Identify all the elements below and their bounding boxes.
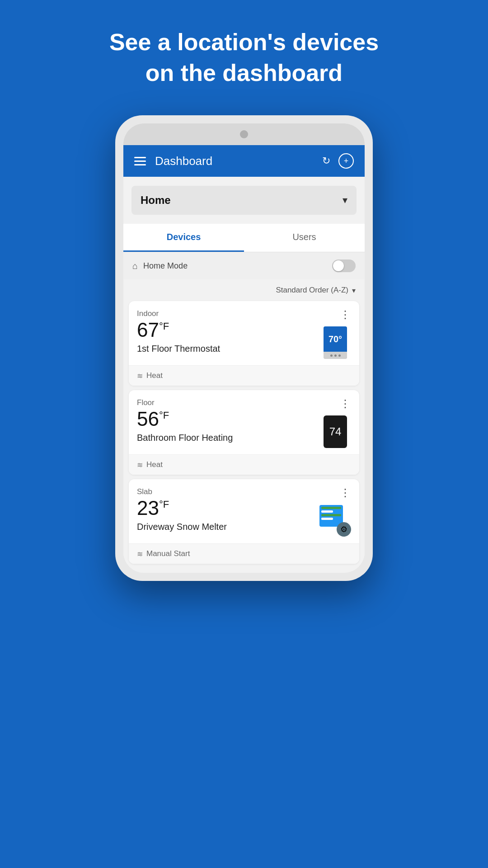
add-button[interactable]: +: [338, 153, 354, 169]
home-mode-label: Home Mode: [143, 261, 188, 271]
snow-melter-line-1: [321, 507, 341, 509]
device-mode-3: Manual Start: [146, 549, 190, 558]
toggle-knob: [333, 260, 344, 271]
device-mode-2: Heat: [146, 460, 163, 469]
phone-screen: Dashboard ↻ + Home ▾ Devices: [123, 123, 365, 573]
device-image-1: 70°: [319, 325, 351, 361]
app-title: Dashboard: [155, 154, 212, 168]
hamburger-menu-icon[interactable]: [134, 157, 146, 165]
sort-label: Standard Order (A-Z): [276, 286, 348, 295]
device-name-3: Driveway Snow Melter: [137, 522, 319, 532]
refresh-icon[interactable]: ↻: [322, 155, 330, 167]
header-left: Dashboard: [134, 154, 212, 168]
sort-bar[interactable]: Standard Order (A-Z) ▾: [123, 279, 365, 301]
snow-melter-gear-icon: ⚙: [337, 522, 351, 537]
tab-devices[interactable]: Devices: [123, 224, 244, 252]
device-info-1: Indoor 67°F 1st Floor Thermostat: [137, 309, 319, 354]
snow-melter-line-4: [321, 518, 333, 520]
device-footer-2: ≋ Heat: [129, 454, 359, 475]
device-card-body-1: Indoor 67°F 1st Floor Thermostat ⋮: [129, 301, 359, 365]
home-mode-bar: ⌂ Home Mode: [123, 252, 365, 279]
header-actions: ↻ +: [322, 153, 354, 169]
heat-icon-3: ≋: [137, 550, 143, 558]
device-info-3: Slab 23°F Driveway Snow Melter: [137, 487, 319, 532]
thermostat-black-device: 74: [324, 415, 347, 448]
device-card-right-1: ⋮ 70°: [319, 309, 351, 361]
device-card-right-3: ⋮ ⚙: [319, 487, 351, 539]
page-headline: See a location's devices on the dashboar…: [82, 27, 406, 88]
app-header: Dashboard ↻ +: [123, 145, 365, 177]
camera-dot: [240, 130, 248, 138]
device-temp-2: 56°F: [137, 409, 319, 429]
device-footer-3: ≋ Manual Start: [129, 543, 359, 564]
device-list: Indoor 67°F 1st Floor Thermostat ⋮: [123, 301, 365, 573]
home-mode-toggle[interactable]: [332, 259, 356, 272]
device-info-2: Floor 56°F Bathroom Floor Heating: [137, 398, 319, 443]
device-footer-1: ≋ Heat: [129, 365, 359, 386]
device-card-body-3: Slab 23°F Driveway Snow Melter ⋮: [129, 479, 359, 543]
device-temp-1: 67°F: [137, 320, 319, 340]
location-name: Home: [141, 194, 171, 207]
device-mode-1: Heat: [146, 371, 163, 380]
nav-dot: [330, 354, 333, 357]
phone-frame: Dashboard ↻ + Home ▾ Devices: [115, 115, 373, 581]
device-name-2: Bathroom Floor Heating: [137, 433, 319, 443]
location-chevron-icon: ▾: [343, 194, 347, 206]
device-image-3: ⚙: [319, 503, 351, 539]
home-icon: ⌂: [132, 261, 138, 271]
sensor-type-3: Slab: [137, 487, 319, 496]
device-card-body-2: Floor 56°F Bathroom Floor Heating ⋮ 74: [129, 390, 359, 454]
tab-users[interactable]: Users: [244, 224, 365, 252]
nav-dot: [334, 354, 337, 357]
device-menu-btn-2[interactable]: ⋮: [340, 398, 351, 409]
device-card-floor-heating[interactable]: Floor 56°F Bathroom Floor Heating ⋮ 74: [129, 390, 359, 475]
device-card-snow-melter[interactable]: Slab 23°F Driveway Snow Melter ⋮: [129, 479, 359, 564]
tab-bar: Devices Users: [123, 224, 365, 252]
device-card-thermostat-1[interactable]: Indoor 67°F 1st Floor Thermostat ⋮: [129, 301, 359, 386]
thermostat-bottom-1: [324, 352, 347, 359]
sensor-type-1: Indoor: [137, 309, 319, 318]
device-menu-btn-3[interactable]: ⋮: [340, 487, 351, 498]
nav-dot: [338, 354, 341, 357]
thermostat-blue-device: 70°: [324, 326, 347, 359]
thermostat-screen-1: 70°: [324, 326, 347, 352]
home-mode-left: ⌂ Home Mode: [132, 261, 188, 271]
snow-melter-line-3: [321, 514, 341, 516]
device-temp-3: 23°F: [137, 498, 319, 518]
device-card-right-2: ⋮ 74: [319, 398, 351, 450]
device-name-1: 1st Floor Thermostat: [137, 344, 319, 354]
snow-melter-device-img: ⚙: [319, 505, 351, 537]
heat-icon-2: ≋: [137, 461, 143, 469]
app-body: Home ▾ Devices Users ⌂ Home Mode: [123, 186, 365, 573]
snow-melter-line-2: [321, 510, 333, 513]
sensor-type-2: Floor: [137, 398, 319, 407]
sort-chevron-icon: ▾: [352, 286, 356, 295]
device-menu-btn-1[interactable]: ⋮: [340, 309, 351, 320]
location-selector[interactable]: Home ▾: [131, 186, 357, 215]
heat-icon-1: ≋: [137, 372, 143, 380]
camera-area: [123, 123, 365, 145]
device-image-2: 74: [319, 414, 351, 450]
